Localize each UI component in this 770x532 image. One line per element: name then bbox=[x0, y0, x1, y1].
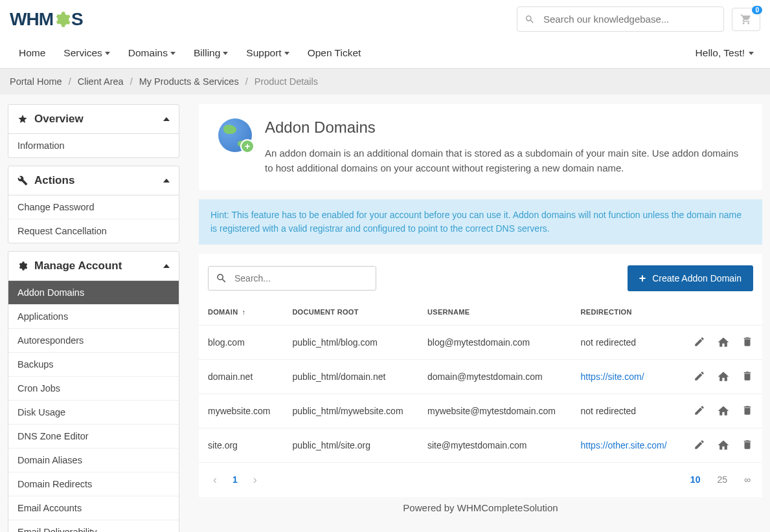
panel-actions: Actions Change Password Request Cancella… bbox=[8, 166, 179, 243]
home-icon[interactable] bbox=[717, 370, 730, 383]
sidebar-item-change-password[interactable]: Change Password bbox=[8, 195, 179, 219]
sidebar-item-request-cancellation[interactable]: Request Cancellation bbox=[8, 219, 179, 243]
cell-docroot: public_html/site.org bbox=[283, 428, 418, 462]
breadcrumb: Portal Home / Client Area / My Products … bbox=[0, 69, 770, 94]
chevron-up-icon bbox=[163, 264, 170, 268]
page-size-option[interactable]: ∞ bbox=[744, 474, 751, 485]
next-page-button[interactable]: › bbox=[251, 471, 260, 489]
prev-page-button[interactable]: ‹ bbox=[210, 471, 220, 489]
chevron-up-icon bbox=[163, 117, 170, 121]
sidebar-item-dns-zone-editor[interactable]: DNS Zone Editor bbox=[8, 424, 179, 448]
nav-open-ticket[interactable]: Open Ticket bbox=[299, 38, 370, 68]
edit-icon[interactable] bbox=[694, 439, 705, 452]
cell-redirection: not redirected bbox=[572, 393, 681, 428]
wrench-icon bbox=[17, 175, 28, 186]
nav-home[interactable]: Home bbox=[10, 38, 54, 68]
logo-text-2: S bbox=[71, 9, 83, 30]
chevron-down-icon bbox=[284, 52, 289, 55]
table-row: mywebsite.compublic_html/mywebsite.commy… bbox=[199, 393, 762, 428]
sidebar-item-domain-redirects[interactable]: Domain Redirects bbox=[8, 472, 179, 496]
cell-domain: blog.com bbox=[199, 325, 283, 359]
panel-header-actions[interactable]: Actions bbox=[8, 166, 179, 195]
cart-badge: 0 bbox=[752, 6, 762, 14]
sidebar-item-domain-aliases[interactable]: Domain Aliases bbox=[8, 448, 179, 472]
logo[interactable]: WHMS bbox=[10, 9, 83, 30]
cell-redirection: not redirected bbox=[572, 325, 681, 359]
cell-domain: site.org bbox=[199, 428, 283, 462]
breadcrumb-link[interactable]: My Products & Services bbox=[139, 76, 239, 87]
chevron-up-icon bbox=[163, 179, 170, 183]
home-icon[interactable] bbox=[717, 336, 730, 349]
breadcrumb-link[interactable]: Portal Home bbox=[10, 76, 62, 87]
home-icon[interactable] bbox=[717, 439, 730, 452]
nav-billing[interactable]: Billing bbox=[185, 38, 237, 68]
panel-header-manage-account[interactable]: Manage Account bbox=[8, 252, 179, 281]
breadcrumb-current: Product Details bbox=[255, 76, 318, 87]
sidebar-item-email-deliverability[interactable]: Email Deliverability bbox=[8, 520, 179, 532]
sidebar-item-backups[interactable]: Backups bbox=[8, 352, 179, 376]
sidebar-item-applications[interactable]: Applications bbox=[8, 304, 179, 328]
user-greeting: Hello, Test! bbox=[696, 47, 745, 59]
page-size-option[interactable]: 10 bbox=[690, 474, 701, 485]
trash-icon[interactable] bbox=[742, 370, 753, 383]
edit-icon[interactable] bbox=[694, 370, 705, 383]
panel-title: Manage Account bbox=[34, 260, 122, 272]
footer: Powered by WHMCompleteSolution bbox=[199, 497, 762, 521]
page-title: Addon Domains bbox=[265, 118, 743, 137]
nav-services[interactable]: Services bbox=[54, 38, 119, 68]
sidebar-item-autoresponders[interactable]: Autoresponders bbox=[8, 328, 179, 352]
table-search-input[interactable] bbox=[208, 266, 376, 291]
chevron-down-icon bbox=[223, 52, 228, 55]
panel-manage-account: Manage Account Addon DomainsApplications… bbox=[8, 251, 179, 532]
table-row: domain.netpublic_html/domain.netdomain@m… bbox=[199, 359, 762, 393]
sidebar-item-disk-usage[interactable]: Disk Usage bbox=[8, 400, 179, 424]
page-size-option[interactable]: 25 bbox=[717, 474, 727, 485]
redirection-text: not redirected bbox=[581, 337, 637, 348]
edit-icon[interactable] bbox=[694, 336, 705, 349]
star-icon bbox=[17, 114, 28, 124]
column-redirection[interactable]: REDIRECTION bbox=[572, 299, 681, 326]
addon-domains-table: DOMAIN↑ DOCUMENT ROOT USERNAME REDIRECTI… bbox=[199, 299, 762, 463]
home-icon[interactable] bbox=[717, 405, 730, 417]
user-menu[interactable]: Hello, Test! bbox=[689, 38, 760, 68]
cell-username: blog@mytestdomain.com bbox=[418, 325, 572, 359]
page-description: An addon domain is an additional domain … bbox=[265, 146, 743, 176]
trash-icon[interactable] bbox=[742, 405, 753, 417]
sidebar-item-information[interactable]: Information bbox=[8, 134, 179, 157]
knowledgebase-search-input[interactable] bbox=[517, 6, 724, 32]
breadcrumb-link[interactable]: Client Area bbox=[78, 76, 124, 87]
main-content: + Addon Domains An addon domain is an ad… bbox=[199, 104, 762, 532]
redirection-link[interactable]: https://other.site.com/ bbox=[581, 440, 667, 450]
trash-icon[interactable] bbox=[742, 439, 753, 452]
knowledgebase-search bbox=[517, 6, 724, 32]
panel-overview: Overview Information bbox=[8, 104, 179, 158]
create-button-label: Create Addon Domain bbox=[652, 273, 742, 283]
sort-asc-icon: ↑ bbox=[242, 308, 245, 316]
cell-username: site@mytestdomain.com bbox=[418, 428, 572, 462]
panel-title: Actions bbox=[34, 174, 74, 187]
current-page[interactable]: 1 bbox=[232, 474, 238, 485]
nav-domains[interactable]: Domains bbox=[119, 38, 185, 68]
nav-support[interactable]: Support bbox=[237, 38, 298, 68]
sidebar-item-email-accounts[interactable]: Email Accounts bbox=[8, 496, 179, 520]
sidebar-item-cron-jobs[interactable]: Cron Jobs bbox=[8, 376, 179, 400]
trash-icon[interactable] bbox=[742, 336, 753, 349]
edit-icon[interactable] bbox=[694, 405, 705, 417]
column-docroot[interactable]: DOCUMENT ROOT bbox=[283, 299, 418, 326]
cell-domain: mywebsite.com bbox=[199, 393, 283, 428]
create-addon-domain-button[interactable]: + Create Addon Domain bbox=[628, 265, 753, 291]
cart-button[interactable]: 0 bbox=[732, 8, 760, 31]
cell-username: domain@mytestdomain.com bbox=[418, 359, 572, 393]
search-icon bbox=[525, 14, 535, 25]
column-domain[interactable]: DOMAIN↑ bbox=[199, 299, 283, 326]
search-icon bbox=[216, 272, 227, 284]
table-row: site.orgpublic_html/site.orgsite@mytestd… bbox=[199, 428, 762, 462]
cart-icon bbox=[740, 14, 752, 25]
cell-docroot: public_html/domain.net bbox=[283, 359, 418, 393]
cell-docroot: public_html/mywebsite.com bbox=[283, 393, 418, 428]
sidebar-item-addon-domains[interactable]: Addon Domains bbox=[8, 281, 179, 304]
panel-header-overview[interactable]: Overview bbox=[8, 105, 179, 134]
column-username[interactable]: USERNAME bbox=[418, 299, 572, 326]
redirection-link[interactable]: https://site.com/ bbox=[581, 371, 644, 382]
chevron-down-icon bbox=[105, 52, 110, 55]
